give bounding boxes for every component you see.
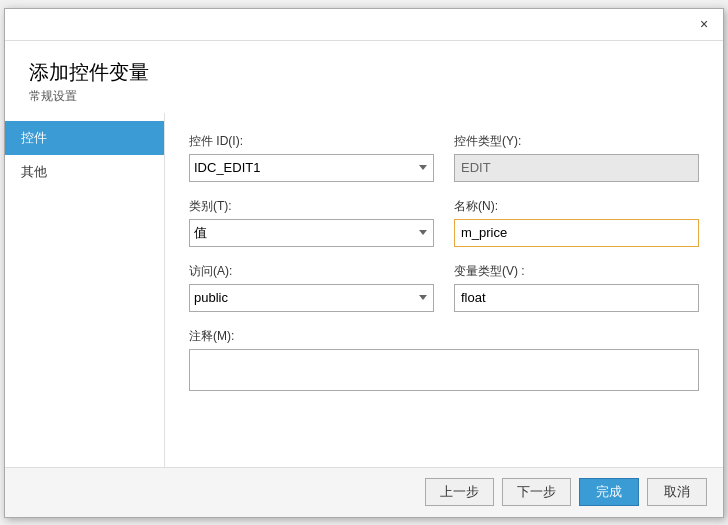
- category-group: 类别(T): 值: [189, 198, 434, 247]
- comment-input[interactable]: [189, 349, 699, 391]
- access-select[interactable]: public: [189, 284, 434, 312]
- control-id-group: 控件 ID(I): IDC_EDIT1: [189, 133, 434, 182]
- dialog: × 添加控件变量 常规设置 控件 其他 控件 ID(I): IDC_EDIT1: [4, 8, 724, 518]
- control-type-group: 控件类型(Y):: [454, 133, 699, 182]
- access-label: 访问(A):: [189, 263, 434, 280]
- var-type-group: 变量类型(V) :: [454, 263, 699, 312]
- name-label: 名称(N):: [454, 198, 699, 215]
- main-content: 控件 ID(I): IDC_EDIT1 控件类型(Y): 类别(T): 值: [165, 113, 723, 467]
- control-type-label: 控件类型(Y):: [454, 133, 699, 150]
- dialog-title: 添加控件变量: [29, 59, 699, 86]
- name-group: 名称(N):: [454, 198, 699, 247]
- access-group: 访问(A): public: [189, 263, 434, 312]
- form-row-4: 注释(M):: [189, 328, 699, 391]
- category-select[interactable]: 值: [189, 219, 434, 247]
- form-row-1: 控件 ID(I): IDC_EDIT1 控件类型(Y):: [189, 133, 699, 182]
- sidebar: 控件 其他: [5, 113, 165, 467]
- control-id-label: 控件 ID(I):: [189, 133, 434, 150]
- control-id-select[interactable]: IDC_EDIT1: [189, 154, 434, 182]
- close-button[interactable]: ×: [693, 13, 715, 35]
- dialog-footer: 上一步 下一步 完成 取消: [5, 467, 723, 517]
- title-bar: ×: [5, 9, 723, 41]
- finish-button[interactable]: 完成: [579, 478, 639, 506]
- var-type-input[interactable]: [454, 284, 699, 312]
- dialog-header: 添加控件变量 常规设置: [5, 41, 723, 113]
- name-input[interactable]: [454, 219, 699, 247]
- dialog-subtitle: 常规设置: [29, 88, 699, 105]
- sidebar-item-control[interactable]: 控件: [5, 121, 164, 155]
- comment-group: 注释(M):: [189, 328, 699, 391]
- control-type-input: [454, 154, 699, 182]
- cancel-button[interactable]: 取消: [647, 478, 707, 506]
- prev-button[interactable]: 上一步: [425, 478, 494, 506]
- next-button[interactable]: 下一步: [502, 478, 571, 506]
- form-row-2: 类别(T): 值 名称(N):: [189, 198, 699, 247]
- comment-label: 注释(M):: [189, 328, 699, 345]
- form-row-3: 访问(A): public 变量类型(V) :: [189, 263, 699, 312]
- var-type-label: 变量类型(V) :: [454, 263, 699, 280]
- sidebar-item-other[interactable]: 其他: [5, 155, 164, 189]
- dialog-body: 控件 其他 控件 ID(I): IDC_EDIT1 控件类型(Y):: [5, 113, 723, 467]
- category-label: 类别(T):: [189, 198, 434, 215]
